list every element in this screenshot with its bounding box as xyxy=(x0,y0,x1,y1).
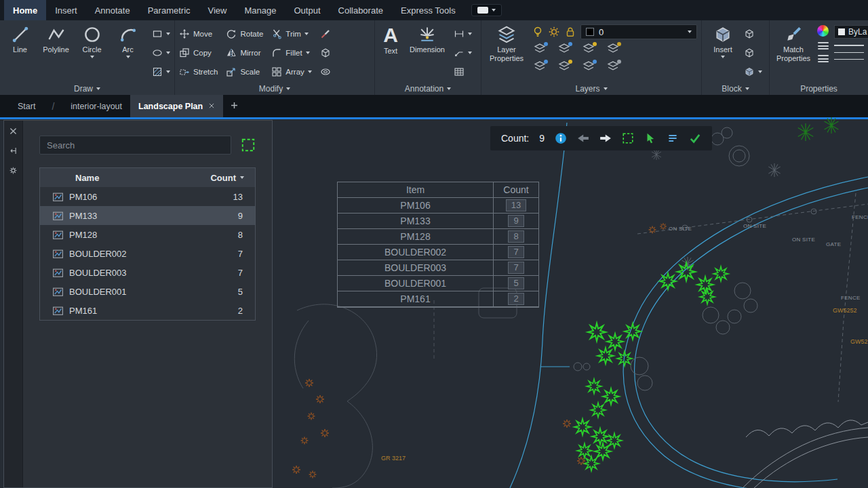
panel-label-layers[interactable]: Layers xyxy=(481,83,701,95)
select-counted-objects-icon[interactable] xyxy=(644,132,656,144)
list-item[interactable]: PM161 2 xyxy=(40,301,255,320)
offset-tool[interactable] xyxy=(320,63,331,81)
table-tool[interactable] xyxy=(454,63,472,81)
scale-tool[interactable]: Scale xyxy=(226,63,263,81)
ribbon-tab[interactable]: Parametric xyxy=(139,0,199,20)
count-selection-icon[interactable] xyxy=(241,138,256,152)
list-item[interactable]: PM128 8 xyxy=(40,225,255,244)
new-tab-button[interactable] xyxy=(230,100,239,113)
count-field[interactable]: 8 xyxy=(508,230,524,243)
panel-label-draw[interactable]: Draw xyxy=(0,83,174,95)
list-item[interactable]: BOULDER002 7 xyxy=(40,244,255,263)
next-instance-button[interactable] xyxy=(599,132,612,144)
insert-block-tool[interactable]: Insert xyxy=(706,23,740,83)
panel-label-properties[interactable]: Properties xyxy=(770,83,868,95)
block-define-tool[interactable] xyxy=(744,63,762,81)
layer-properties-tool[interactable]: Layer Properties xyxy=(486,23,528,83)
count-field[interactable]: 5 xyxy=(508,277,524,289)
ribbon-tab[interactable]: Annotate xyxy=(86,0,139,20)
ribbon-tab[interactable]: View xyxy=(199,0,236,20)
list-item[interactable]: BOULDER003 7 xyxy=(40,263,255,282)
count-column-header[interactable]: Count xyxy=(210,173,255,183)
object-color-dropdown[interactable]: ByLa xyxy=(834,25,868,39)
insert-count-field-icon[interactable] xyxy=(667,132,679,144)
leader-tool[interactable] xyxy=(454,44,472,62)
lineweight-sample[interactable] xyxy=(834,45,864,46)
file-tab[interactable]: / Start xyxy=(9,95,43,117)
rotate-tool[interactable]: Rotate xyxy=(226,25,263,43)
layer-isolate-icon[interactable] xyxy=(533,42,548,57)
fillet-tool[interactable]: Fillet xyxy=(271,44,311,62)
mirror-tool[interactable]: Mirror xyxy=(226,44,263,62)
close-tab-icon[interactable] xyxy=(208,102,215,111)
ribbon-tab[interactable]: Manage xyxy=(236,0,285,20)
count-info-icon[interactable] xyxy=(555,132,567,144)
hatch-tool[interactable] xyxy=(152,63,170,81)
layer-on-off-icon[interactable] xyxy=(532,26,544,38)
trim-tool[interactable]: Trim xyxy=(271,25,311,43)
block-attributes-tool[interactable] xyxy=(744,44,762,62)
current-layer-dropdown[interactable]: 0 xyxy=(580,24,697,39)
circle-icon xyxy=(83,25,102,44)
layer-freeze-icon[interactable] xyxy=(557,42,572,57)
linetype-list-icon[interactable] xyxy=(818,42,829,49)
search-input[interactable] xyxy=(39,136,231,155)
move-tool[interactable]: Move xyxy=(179,25,218,43)
list-item[interactable]: PM133 9 xyxy=(40,206,255,225)
layer-lock-toggle-icon[interactable] xyxy=(606,42,621,57)
text-tool[interactable]: A Text xyxy=(379,23,402,83)
ribbon-tab[interactable]: Output xyxy=(285,0,329,20)
erase-tool[interactable] xyxy=(320,25,331,43)
hatch-icon xyxy=(152,66,163,77)
layer-turn-on-icon[interactable] xyxy=(557,60,572,75)
close-palette-icon[interactable] xyxy=(9,126,18,138)
name-column-header[interactable]: Name xyxy=(40,173,210,183)
copy-tool[interactable]: Copy xyxy=(179,44,218,62)
zoom-to-selection-icon[interactable] xyxy=(622,132,634,144)
match-properties-tool[interactable]: Match Properties xyxy=(774,23,813,83)
array-tool[interactable]: Array xyxy=(271,63,311,81)
transparency-sample[interactable] xyxy=(834,59,864,60)
panel-label-modify[interactable]: Modify xyxy=(175,83,374,95)
lineweight-list-icon[interactable] xyxy=(818,55,829,62)
arc-tool[interactable]: Arc xyxy=(112,23,144,83)
count-field[interactable]: 7 xyxy=(508,246,524,258)
layer-unlock-icon[interactable] xyxy=(606,60,621,75)
panel-label-block[interactable]: Block xyxy=(702,83,769,95)
block-edit-tool[interactable] xyxy=(744,25,762,43)
list-item[interactable]: BOULDER001 5 xyxy=(40,282,255,301)
stretch-tool[interactable]: Stretch xyxy=(179,63,218,81)
count-field[interactable]: 2 xyxy=(508,293,524,305)
ribbon-tab[interactable]: Home xyxy=(4,0,46,20)
previous-instance-button[interactable] xyxy=(577,132,589,144)
layer-unisolate-icon[interactable] xyxy=(533,60,548,75)
ribbon-tab[interactable]: Insert xyxy=(46,0,86,20)
panel-label-annotation[interactable]: Annotation xyxy=(375,83,481,95)
line-tool[interactable]: Line xyxy=(4,23,36,83)
layer-thaw-icon[interactable] xyxy=(548,26,560,38)
count-field[interactable]: 9 xyxy=(508,215,524,227)
polyline-tool[interactable]: Polyline xyxy=(40,23,72,83)
finish-count-button[interactable] xyxy=(689,132,701,144)
count-field[interactable]: 13 xyxy=(506,199,526,211)
count-field[interactable]: 7 xyxy=(508,262,524,274)
linear-dimension-tool[interactable] xyxy=(454,25,472,43)
dimension-tool[interactable]: Dimension xyxy=(406,23,448,83)
drawing-canvas[interactable]: ON SITE ON SITE ON SITE GATE FENCE FENCE… xyxy=(0,117,868,488)
workspace-switcher[interactable] xyxy=(471,4,502,16)
palette-settings-gear-icon[interactable] xyxy=(9,165,18,178)
file-tab[interactable]: / interior-layout xyxy=(43,95,130,117)
ellipse-tool[interactable] xyxy=(152,44,170,62)
ribbon-tab[interactable]: Express Tools xyxy=(392,0,465,20)
list-item[interactable]: PM106 13 xyxy=(40,187,255,206)
layer-lock-icon[interactable] xyxy=(564,26,576,38)
layer-thaw-all-icon[interactable] xyxy=(582,60,597,75)
rectangle-tool[interactable] xyxy=(152,25,170,43)
layer-off-icon[interactable] xyxy=(582,42,597,57)
auto-hide-icon[interactable] xyxy=(9,146,18,158)
explode-tool[interactable] xyxy=(320,44,331,62)
ribbon-tab[interactable]: Collaborate xyxy=(330,0,393,20)
linetype-sample[interactable] xyxy=(834,52,864,53)
circle-tool[interactable]: Circle xyxy=(76,23,108,83)
file-tab[interactable]: / Landscape Plan xyxy=(130,95,223,117)
